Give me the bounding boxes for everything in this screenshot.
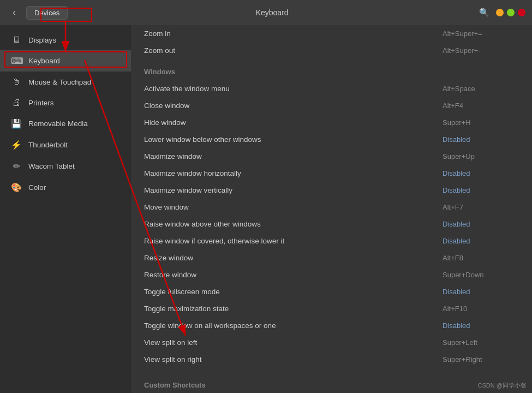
shortcut-key-zoom-out: Alt+Super+- [443,46,519,55]
sk-maximize-window: Super+Up [443,152,519,160]
sn-maximize-window: Maximize window [144,152,443,160]
sn-toggle-maximization: Toggle maximization state [144,305,443,313]
close-button[interactable] [518,9,525,16]
shortcut-toggle-all-workspaces[interactable]: Toggle window on all workspaces or one D… [131,317,532,334]
settings-window: ‹ Devices Keyboard 🔍 🖥 Displays ⌨ Keyboa… [0,0,532,393]
sn-close-window: Close window [144,102,443,110]
shortcut-close-window[interactable]: Close window Alt+F4 [131,97,532,114]
sn-toggle-all-workspaces: Toggle window on all workspaces or one [144,321,443,330]
custom-shortcuts-section: Custom Shortcuts flameshot Shift+Alt+A + [140,377,523,393]
search-button[interactable]: 🔍 [476,5,492,20]
sk-maximize-horizontal: Disabled [443,169,519,177]
sidebar-item-printers[interactable]: 🖨 Printers [0,92,131,113]
sidebar: 🖥 Displays ⌨ Keyboard 🖱 Mouse & Touchpad… [0,25,131,393]
sidebar-item-displays[interactable]: 🖥 Displays [0,29,131,50]
sk-raise-lower-window: Disabled [443,237,519,245]
titlebar-actions: 🔍 [476,5,525,20]
shortcut-toggle-fullscreen[interactable]: Toggle fullscreen mode Disabled [131,283,532,300]
shortcut-restore-window[interactable]: Restore window Super+Down [131,266,532,283]
maximize-button[interactable] [507,9,515,16]
sk-raise-window: Disabled [443,220,519,228]
sn-toggle-fullscreen: Toggle fullscreen mode [144,288,443,296]
removable-icon: 💾 [11,118,22,129]
sn-maximize-horizontal: Maximize window horizontally [144,169,443,177]
sn-maximize-vertical: Maximize window vertically [144,186,443,194]
sidebar-item-label-removable: Removable Media [28,120,88,128]
titlebar: ‹ Devices Keyboard 🔍 [0,0,532,25]
shortcut-hide-window[interactable]: Hide window Super+H [131,114,532,131]
shortcut-split-left[interactable]: View split on left Super+Left [131,334,532,351]
shortcut-list: Zoom in Alt+Super+= Zoom out Alt+Super+-… [131,25,532,393]
color-icon: 🎨 [11,182,22,193]
shortcut-move-window[interactable]: Move window Alt+F7 [131,199,532,216]
minimize-button[interactable] [496,9,504,16]
shortcut-zoom-in[interactable]: Zoom in Alt+Super+= [131,25,532,42]
sk-toggle-all-workspaces: Disabled [443,321,519,330]
window-controls [496,9,525,16]
displays-icon: 🖥 [11,35,22,45]
right-panel: Zoom in Alt+Super+= Zoom out Alt+Super+-… [131,25,532,393]
sidebar-item-label-printers: Printers [28,99,54,107]
watermark: CSDN @同学小张 [478,382,527,390]
mouse-icon: 🖱 [11,77,22,87]
wacom-icon: ✏ [11,161,22,171]
sk-activate-window-menu: Alt+Space [443,85,519,93]
printers-icon: 🖨 [11,98,22,108]
shortcut-activate-window-menu[interactable]: Activate the window menu Alt+Space [131,80,532,97]
shortcut-maximize-window[interactable]: Maximize window Super+Up [131,148,532,165]
sidebar-item-label-wacom: Wacom Tablet [28,162,75,170]
back-button[interactable]: ‹ [7,5,22,20]
sk-split-right: Super+Right [443,355,519,364]
sk-toggle-maximization: Alt+F10 [443,305,519,313]
sn-raise-lower-window: Raise window if covered, otherwise lower… [144,237,443,245]
windows-section-header: Windows [131,59,532,80]
sk-lower-window: Disabled [443,135,519,144]
sidebar-item-label-color: Color [28,183,46,192]
devices-button[interactable]: Devices [26,6,68,20]
shortcut-name-zoom-out: Zoom out [144,46,443,55]
sidebar-item-label-displays: Displays [28,36,56,44]
sn-resize-window: Resize window [144,254,443,262]
sidebar-item-mouse[interactable]: 🖱 Mouse & Touchpad [0,72,131,92]
sidebar-item-keyboard[interactable]: ⌨ Keyboard [0,50,131,72]
sidebar-item-wacom[interactable]: ✏ Wacom Tablet [0,156,131,177]
sidebar-item-label-mouse: Mouse & Touchpad [28,78,91,86]
sk-close-window: Alt+F4 [443,102,519,110]
sk-resize-window: Alt+F8 [443,254,519,262]
sn-hide-window: Hide window [144,118,443,127]
sidebar-item-label-keyboard: Keyboard [28,57,60,65]
shortcut-name-zoom-in: Zoom in [144,29,443,38]
sn-lower-window: Lower window below other windows [144,135,443,144]
sidebar-item-color[interactable]: 🎨 Color [0,177,131,198]
custom-shortcuts-title: Custom Shortcuts [140,377,523,393]
sn-restore-window: Restore window [144,271,443,279]
titlebar-title: Keyboard [68,8,476,17]
shortcut-raise-window[interactable]: Raise window above other windows Disable… [131,216,532,233]
sn-activate-window-menu: Activate the window menu [144,85,443,93]
sn-move-window: Move window [144,203,443,211]
main-content: 🖥 Displays ⌨ Keyboard 🖱 Mouse & Touchpad… [0,25,532,393]
shortcut-maximize-vertical[interactable]: Maximize window vertically Disabled [131,182,532,199]
keyboard-icon: ⌨ [11,56,22,66]
shortcut-lower-window[interactable]: Lower window below other windows Disable… [131,131,532,148]
sn-split-left: View split on left [144,338,443,347]
sk-split-left: Super+Left [443,338,519,347]
sidebar-item-thunderbolt[interactable]: ⚡ Thunderbolt [0,134,131,156]
shortcut-resize-window[interactable]: Resize window Alt+F8 [131,249,532,266]
sn-split-right: View split on right [144,355,443,364]
sidebar-item-label-thunderbolt: Thunderbolt [28,141,68,149]
sk-toggle-fullscreen: Disabled [443,288,519,296]
shortcut-toggle-maximization[interactable]: Toggle maximization state Alt+F10 [131,300,532,317]
sk-move-window: Alt+F7 [443,203,519,211]
sk-maximize-vertical: Disabled [443,186,519,194]
sidebar-item-removable[interactable]: 💾 Removable Media [0,113,131,134]
shortcut-maximize-horizontal[interactable]: Maximize window horizontally Disabled [131,165,532,182]
thunderbolt-icon: ⚡ [11,140,22,150]
shortcut-split-right[interactable]: View split on right Super+Right [131,351,532,368]
sk-restore-window: Super+Down [443,271,519,279]
shortcut-raise-lower-window[interactable]: Raise window if covered, otherwise lower… [131,233,532,249]
sn-raise-window: Raise window above other windows [144,220,443,228]
sk-hide-window: Super+H [443,118,519,127]
shortcut-key-zoom-in: Alt+Super+= [443,29,519,38]
shortcut-zoom-out[interactable]: Zoom out Alt+Super+- [131,42,532,59]
